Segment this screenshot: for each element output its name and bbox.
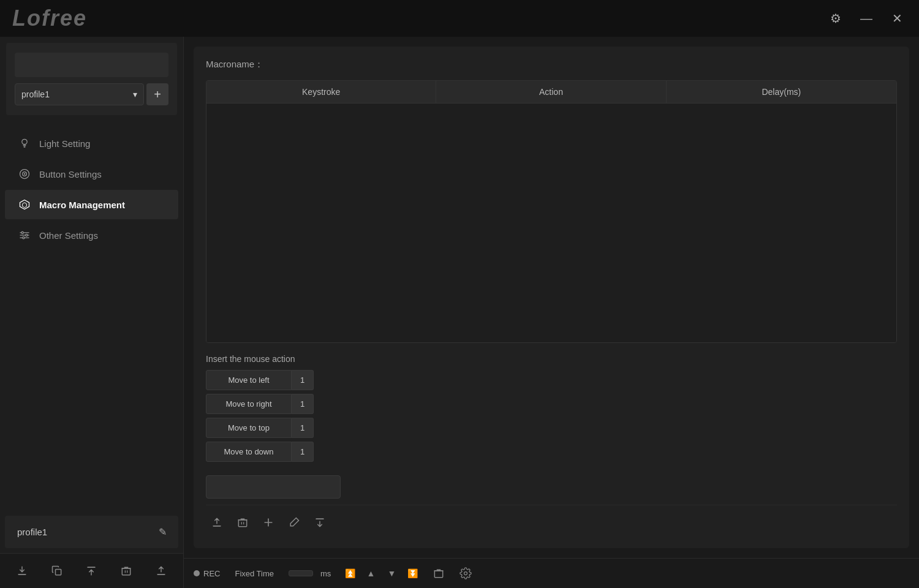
svg-rect-1 (23, 145, 26, 146)
ms-box (289, 570, 313, 576)
move-to-right-value: 1 (292, 394, 314, 414)
main-delete-button[interactable] (232, 511, 254, 533)
move-to-right-button[interactable]: Move to right (206, 394, 292, 414)
macroname-row: Macroname： (206, 59, 897, 70)
to-bottom-control-button[interactable]: ⏬ (403, 564, 422, 582)
macroname-label: Macroname： (206, 59, 263, 70)
svg-point-10 (26, 234, 28, 236)
move-to-down-button[interactable]: Move to down (206, 442, 292, 462)
sidebar-item-button-settings[interactable]: Button Settings (5, 159, 178, 189)
nav-list: Light Setting Button Settings Macro Mana… (0, 121, 183, 511)
sidebar: profile1 ▾ + Light Setting (0, 37, 184, 588)
move-to-top-button[interactable]: Move to top (206, 418, 292, 438)
svg-point-11 (23, 237, 25, 239)
sidebar-copy-button[interactable] (46, 560, 68, 582)
main-add-button[interactable] (257, 511, 279, 533)
macro-management-icon (17, 197, 32, 212)
svg-rect-21 (238, 520, 246, 527)
light-setting-label: Light Setting (39, 138, 90, 149)
svg-rect-28 (435, 571, 443, 578)
svg-point-0 (22, 139, 27, 144)
status-controls: ⏫ ▲ ▼ ⏬ (341, 564, 422, 582)
settings-button[interactable]: ⚙ (826, 9, 845, 28)
other-settings-label: Other Settings (39, 230, 98, 241)
main-import-button[interactable] (309, 511, 331, 533)
svg-rect-14 (88, 567, 96, 568)
rec-dot (194, 570, 200, 576)
profile-bottom: profile1 ✎ (5, 516, 178, 548)
window-controls: ⚙ — ✕ (826, 9, 907, 28)
sidebar-import-button[interactable] (11, 560, 33, 582)
profile-area: profile1 ▾ + (6, 43, 177, 115)
mouse-action-section: Insert the mouse action Move to left 1 M… (206, 354, 897, 466)
action-header: Action (436, 81, 666, 103)
svg-rect-20 (213, 526, 221, 527)
to-top-control-button[interactable]: ⏫ (341, 564, 359, 582)
close-button[interactable]: ✕ (887, 9, 907, 28)
sidebar-item-light-setting[interactable]: Light Setting (5, 129, 178, 158)
status-bar: REC Fixed Time ms ⏫ ▲ ▼ ⏬ (184, 558, 919, 588)
profile-dropdown[interactable]: profile1 ▾ (15, 83, 144, 105)
profile-add-button[interactable]: + (146, 83, 168, 105)
status-settings-button[interactable] (456, 564, 475, 583)
ms-unit-label: ms (320, 569, 331, 578)
status-delete-button[interactable] (429, 564, 448, 583)
profile-name-label: profile1 (11, 522, 148, 542)
move-to-top-value: 1 (292, 418, 314, 438)
sidebar-delete-button[interactable] (115, 560, 137, 582)
table-body (206, 104, 896, 343)
move-to-left-value: 1 (292, 370, 314, 390)
sidebar-toolbar (0, 553, 183, 588)
main-panel: Macroname： Keystroke Action Delay(ms) In… (194, 47, 909, 548)
profile-selector: profile1 ▾ + (15, 83, 168, 105)
svg-point-5 (24, 173, 26, 175)
svg-rect-19 (157, 574, 165, 575)
fixed-time-label: Fixed Time (227, 569, 281, 578)
mouse-action-row-left: Move to left 1 (206, 370, 897, 390)
svg-rect-2 (23, 146, 25, 148)
main-content: Macroname： Keystroke Action Delay(ms) In… (184, 37, 919, 588)
mouse-action-row-right: Move to right 1 (206, 394, 897, 414)
svg-rect-15 (122, 568, 130, 575)
main-save-button[interactable] (206, 511, 228, 533)
keystroke-header: Keystroke (206, 81, 436, 103)
profile-edit-button[interactable]: ✎ (153, 522, 172, 542)
svg-point-9 (21, 232, 23, 233)
chevron-down-icon: ▾ (133, 89, 137, 99)
titlebar: Lofree ⚙ — ✕ (0, 0, 919, 37)
other-settings-icon (17, 228, 32, 243)
mouse-action-row-down: Move to down 1 (206, 442, 897, 462)
macro-text-input[interactable] (206, 475, 341, 499)
sidebar-import2-button[interactable] (80, 560, 102, 582)
macro-management-label: Macro Management (39, 200, 125, 210)
light-setting-icon (17, 136, 32, 151)
sidebar-export-button[interactable] (150, 560, 172, 582)
mouse-action-title: Insert the mouse action (206, 354, 897, 364)
macro-input-row (206, 475, 897, 499)
move-to-down-value: 1 (292, 442, 314, 462)
profile-dropdown-value: profile1 (21, 89, 50, 99)
sidebar-item-other-settings[interactable]: Other Settings (5, 221, 178, 250)
down-control-button[interactable]: ▼ (382, 564, 401, 582)
macro-table: Keystroke Action Delay(ms) (206, 80, 897, 343)
move-to-left-button[interactable]: Move to left (206, 370, 292, 390)
sidebar-item-macro-management[interactable]: Macro Management (5, 190, 178, 219)
main-toolbar (206, 505, 897, 536)
mouse-action-row-top: Move to top 1 (206, 418, 897, 438)
rec-indicator: REC (194, 569, 220, 578)
svg-rect-12 (18, 574, 26, 575)
delay-header: Delay(ms) (667, 81, 896, 103)
minimize-button[interactable]: — (857, 9, 876, 28)
profile-preview-box (15, 53, 168, 77)
up-control-button[interactable]: ▲ (361, 564, 380, 582)
button-settings-label: Button Settings (39, 169, 102, 179)
svg-rect-27 (316, 518, 323, 519)
main-edit-button[interactable] (283, 511, 305, 533)
table-header: Keystroke Action Delay(ms) (206, 81, 896, 104)
app-logo: Lofree (12, 6, 87, 31)
rec-label: REC (203, 569, 220, 578)
svg-rect-13 (55, 570, 61, 575)
button-settings-icon (17, 167, 32, 181)
